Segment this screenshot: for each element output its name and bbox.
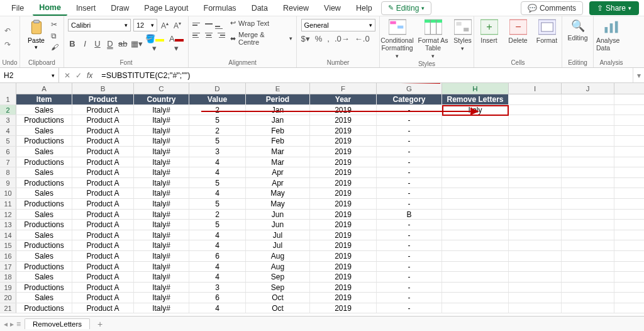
cell[interactable] bbox=[509, 199, 562, 209]
cell[interactable]: Italy# bbox=[134, 251, 189, 261]
cell[interactable]: Product A bbox=[72, 126, 134, 136]
cell[interactable]: Italy# bbox=[134, 210, 189, 220]
cell[interactable]: - bbox=[377, 230, 442, 240]
cell[interactable]: 2019 bbox=[310, 199, 377, 209]
cell[interactable]: Product A bbox=[72, 115, 134, 125]
cell[interactable]: Productions bbox=[16, 178, 72, 188]
cell[interactable] bbox=[442, 251, 509, 261]
row-number[interactable]: 7 bbox=[0, 157, 16, 167]
align-center-icon[interactable] bbox=[204, 30, 214, 40]
copy-icon[interactable]: ⧉ bbox=[51, 31, 60, 40]
cell[interactable]: - bbox=[377, 272, 442, 282]
cell[interactable]: Italy# bbox=[134, 115, 189, 125]
cell[interactable] bbox=[509, 272, 562, 282]
cell[interactable]: B bbox=[377, 210, 442, 220]
row-number[interactable]: 5 bbox=[0, 136, 16, 146]
cell[interactable] bbox=[562, 188, 614, 198]
cell[interactable]: Italy# bbox=[134, 262, 189, 272]
cell[interactable]: 6 bbox=[189, 293, 246, 303]
cell[interactable] bbox=[509, 293, 562, 303]
cell[interactable]: 2019 bbox=[310, 251, 377, 261]
cell[interactable] bbox=[562, 220, 614, 230]
header-cell[interactable]: Item bbox=[16, 94, 72, 104]
cell[interactable]: Product A bbox=[72, 147, 134, 157]
row-number[interactable]: 15 bbox=[0, 240, 16, 250]
editing-mode-button[interactable]: ✎ Editing ▾ bbox=[381, 1, 432, 15]
header-cell[interactable]: Category bbox=[377, 94, 442, 104]
cell[interactable]: Product A bbox=[72, 157, 134, 167]
cell[interactable]: Italy# bbox=[134, 303, 189, 313]
cell[interactable]: Italy# bbox=[134, 272, 189, 282]
cell[interactable]: 2019 bbox=[310, 272, 377, 282]
cell[interactable] bbox=[442, 210, 509, 220]
cell[interactable]: 4 bbox=[189, 272, 246, 282]
cell[interactable]: Productions bbox=[16, 136, 72, 146]
cell[interactable]: 2019 bbox=[310, 126, 377, 136]
cell[interactable]: 2 bbox=[189, 210, 246, 220]
cell[interactable]: - bbox=[377, 167, 442, 177]
cell[interactable]: Jan bbox=[246, 105, 310, 115]
header-cell[interactable]: Remove Letters bbox=[442, 94, 509, 104]
font-color-button[interactable]: A▾ bbox=[169, 34, 184, 53]
cell[interactable]: Italy# bbox=[134, 147, 189, 157]
cell[interactable]: Productions bbox=[16, 283, 72, 293]
name-box[interactable]: H2 ▾ bbox=[0, 68, 59, 82]
cell[interactable]: 5 bbox=[189, 178, 246, 188]
cell[interactable]: 2019 bbox=[310, 167, 377, 177]
cell[interactable] bbox=[509, 210, 562, 220]
cell[interactable]: 2019 bbox=[310, 283, 377, 293]
col-header-g[interactable]: G bbox=[377, 83, 442, 94]
cell[interactable]: Italy# bbox=[134, 188, 189, 198]
header-cell[interactable]: Period bbox=[246, 94, 310, 104]
fx-icon[interactable]: fx bbox=[87, 71, 92, 80]
cell[interactable]: Productions bbox=[16, 199, 72, 209]
cell[interactable] bbox=[509, 251, 562, 261]
delete-cells-button[interactable]: − Delete bbox=[505, 19, 531, 44]
row-number[interactable]: 10 bbox=[0, 188, 16, 198]
col-header-c[interactable]: C bbox=[134, 83, 189, 94]
tab-page-layout[interactable]: Page Layout bbox=[138, 1, 194, 15]
cell[interactable]: 5 bbox=[189, 115, 246, 125]
cell[interactable]: 6 bbox=[189, 251, 246, 261]
cell[interactable]: Italy# bbox=[134, 105, 189, 115]
cell[interactable]: Product A bbox=[72, 262, 134, 272]
col-header-d[interactable]: D bbox=[189, 83, 246, 94]
cell[interactable]: Italy# bbox=[134, 157, 189, 167]
align-bottom-icon[interactable] bbox=[215, 19, 225, 29]
cell[interactable]: Apr bbox=[246, 178, 310, 188]
paste-button[interactable]: Paste ▾ bbox=[25, 19, 48, 50]
cell[interactable]: Productions bbox=[16, 262, 72, 272]
cell[interactable] bbox=[509, 178, 562, 188]
cell[interactable]: - bbox=[377, 157, 442, 167]
font-size-select[interactable]: 12▾ bbox=[133, 19, 157, 31]
percent-format-button[interactable]: % bbox=[315, 34, 323, 43]
cell[interactable]: Sales bbox=[16, 210, 72, 220]
cell[interactable] bbox=[562, 199, 614, 209]
enter-icon[interactable]: ✓ bbox=[75, 71, 82, 80]
cancel-icon[interactable]: ✕ bbox=[64, 71, 70, 80]
cell[interactable]: 2019 bbox=[310, 210, 377, 220]
cell[interactable]: Product A bbox=[72, 178, 134, 188]
cell[interactable]: 2019 bbox=[310, 293, 377, 303]
cell[interactable]: May bbox=[246, 199, 310, 209]
cell[interactable] bbox=[562, 94, 614, 104]
cell[interactable]: Italy# bbox=[134, 240, 189, 250]
cell[interactable]: Italy# bbox=[134, 136, 189, 146]
cell[interactable] bbox=[509, 126, 562, 136]
cut-icon[interactable]: ✂ bbox=[51, 20, 60, 29]
col-header-a[interactable]: A bbox=[16, 83, 72, 94]
header-cell[interactable]: Country bbox=[134, 94, 189, 104]
cell[interactable]: - bbox=[377, 126, 442, 136]
cell[interactable] bbox=[509, 94, 562, 104]
bold-button[interactable]: B bbox=[68, 39, 77, 48]
cell[interactable]: 2 bbox=[189, 105, 246, 115]
cell[interactable]: - bbox=[377, 115, 442, 125]
comments-button[interactable]: 💬 Comments bbox=[521, 1, 583, 15]
double-underline-button[interactable]: D bbox=[106, 39, 114, 48]
cell[interactable]: Product A bbox=[72, 303, 134, 313]
cell[interactable]: Apr bbox=[246, 167, 310, 177]
cell[interactable] bbox=[442, 167, 509, 177]
cell[interactable]: Feb bbox=[246, 136, 310, 146]
cell[interactable]: Jun bbox=[246, 220, 310, 230]
cell[interactable]: Productions bbox=[16, 303, 72, 313]
